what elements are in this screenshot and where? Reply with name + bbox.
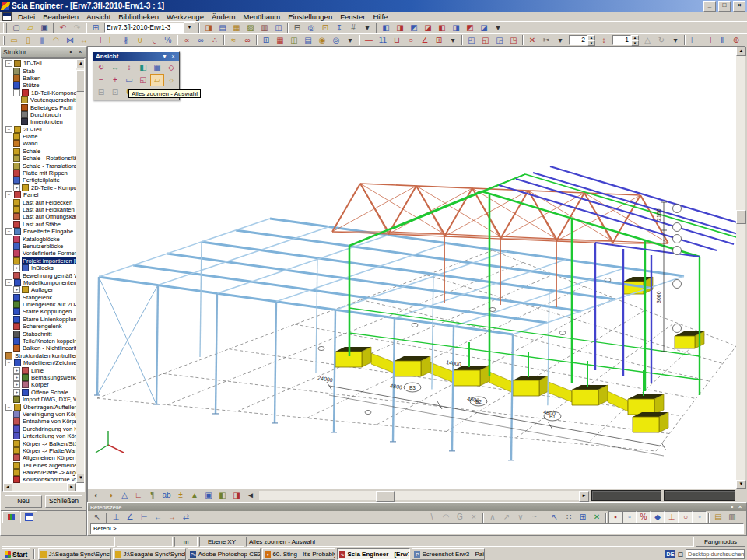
view-front-icon[interactable]: ◧ [136,61,150,74]
tree-item[interactable]: −Modellkomponenten [3,279,76,286]
track-x-icon[interactable]: ← [151,511,165,523]
snap-macro-icon[interactable]: ✕ [590,511,604,523]
member-midpoint-icon[interactable]: ⊕ [729,34,743,47]
tree-item[interactable]: Strukturdaten kontrollieren [3,352,76,359]
close-polyline-icon[interactable]: × [467,511,481,523]
status-plane[interactable]: Ebene XY [199,537,244,547]
menu-datei[interactable]: Datei [14,12,39,22]
zoom-out-icon[interactable]: − [94,74,108,86]
taskbar-task[interactable]: ∿Scia Engineer - [Erw7.... [337,548,410,560]
viewport-layout-2-icon[interactable]: ◱ [479,34,493,47]
tree-item[interactable]: Starre Linienkopplung [3,316,76,323]
spinner-down-icon[interactable]: ▼ [631,40,639,46]
tree-item[interactable]: Benutzerblöcke [3,243,76,250]
zoom-window-icon[interactable]: ▭ [122,74,136,86]
tree-item[interactable]: Liniengelenk auf 2D-T [3,301,76,308]
language-indicator[interactable]: DE [665,550,675,558]
draw-line-icon[interactable]: — [362,34,376,47]
toolbar-overflow-icon[interactable]: ◄ [244,489,258,502]
viewport-horizontal-scrollbar[interactable]: ► [259,491,589,500]
status-unit[interactable]: m [174,537,198,547]
view-light-icon[interactable]: ☼ [164,74,178,86]
vertex-arc-icon[interactable]: ~ [528,511,542,523]
collapse-icon[interactable]: − [5,60,12,67]
expand-icon[interactable]: + [13,184,20,191]
more-view-tools-icon[interactable]: ▾ [668,34,682,47]
show-labels-icon[interactable]: ¶ [146,489,160,502]
layer-manager-icon[interactable]: ◫ [272,22,286,34]
collapse-icon[interactable]: − [5,359,12,366]
snap-arc-center-icon[interactable]: ◦ [693,511,707,523]
tab-window-list[interactable] [20,511,37,523]
apply-scale-icon[interactable]: ↕ [597,34,611,47]
taskbar-task[interactable]: PsAdobe Photoshop CS3 E... [188,548,261,560]
tree-item[interactable]: Last auf Feldkanten [3,206,76,213]
scale-icon[interactable]: % [161,34,175,47]
tree-item[interactable]: Vordefinierte Formen [3,250,76,257]
collapse-icon[interactable]: − [5,279,12,286]
view-window-6-icon[interactable]: ◨ [449,22,463,34]
more-window-layouts-icon[interactable]: ▾ [491,22,505,34]
view-window-3-icon[interactable]: ◩ [407,22,421,34]
tree-item[interactable]: Balken/Platte -> Allge [3,469,76,476]
snap-mode-button[interactable]: Fangmodus [696,537,745,547]
tree-item[interactable]: Wand [3,140,76,147]
text-scale-icon[interactable]: ab [160,489,174,502]
delete-icon[interactable]: ✕ [525,34,539,47]
more-draw-tools-icon[interactable]: ▾ [446,34,460,47]
tree-item[interactable]: Kollisionskontrolle vor [3,476,76,483]
tree-item[interactable]: +2D-Teile - Komponent [3,184,76,191]
viewport-layout-4-icon[interactable]: ◳ [507,34,521,47]
tree-item[interactable]: Katalogblöcke [3,235,76,242]
tree-item[interactable]: Stütze [3,82,76,89]
layer-filter-icon[interactable]: ▤ [301,34,315,47]
rotate-step-icon[interactable]: ↻ [654,34,668,47]
maximize-button[interactable]: □ [718,1,731,12]
tree-item[interactable]: Stabschnitt [3,330,76,337]
menu-ändern[interactable]: Ändern [208,12,240,22]
view-parameters-dialog-icon[interactable]: ◧ [216,489,230,502]
collapse-icon[interactable]: − [13,89,20,96]
print-icon[interactable]: ⊟ [290,22,304,34]
ansicht-toolbar-caption[interactable]: Ansicht ▼ × [93,52,179,61]
collapse-icon[interactable]: − [5,126,12,133]
redo-icon[interactable]: ↷ [70,22,84,34]
tree-item[interactable]: −2D-Teil [3,126,76,133]
tree-item[interactable]: +Offene Schale [3,389,76,396]
disconnect-members-icon[interactable]: ∞ [194,34,208,47]
perspective-toggle-icon[interactable]: ◐ [89,489,103,502]
view-window-5-icon[interactable]: ◧ [435,22,449,34]
snap-line-grid-icon[interactable]: ⊞ [576,511,590,523]
solid-mode-icon[interactable]: ◑ [103,489,117,502]
snap-dot-grid-icon[interactable]: ∷ [562,511,576,523]
tree-item[interactable]: Platte mit Rippen [3,170,76,177]
view-window-7-icon[interactable]: ◩ [463,22,477,34]
viewport-vertical-scrollbar[interactable]: ▲ ▼ [736,47,745,489]
more-edit-tools-icon[interactable]: ▾ [553,34,567,47]
join-icon[interactable]: ∪ [133,34,147,47]
close-button[interactable]: × [733,1,745,12]
new-project-icon[interactable]: ▢ [9,22,23,34]
command-history-icon[interactable]: ▥ [725,511,739,523]
free-nodes-icon[interactable]: ∴ [208,34,222,47]
picture-to-gallery-icon[interactable]: ◨ [230,489,244,502]
tree-item[interactable]: +Auflager [3,286,76,293]
taskbar-task[interactable]: J:\Seagate Sync\SyncRe... [38,548,111,560]
tree-item[interactable]: Schale [3,148,76,155]
tree-vertical-scrollbar[interactable]: ▲ ▼ [76,59,84,483]
scroll-left-icon[interactable]: ◄ [3,483,12,492]
stretch-icon[interactable]: ↔ [77,34,91,47]
snap-tangent-icon[interactable]: ○ [679,511,693,523]
menu-fenster[interactable]: Fenster [336,12,369,22]
clean-model-icon[interactable]: ✂ [539,34,553,47]
tree-item[interactable]: Voutenquerschnitt [3,96,76,103]
view-window-4-icon[interactable]: ◪ [421,22,435,34]
snap-perpendicular-icon[interactable]: ⊢ [137,511,151,523]
track-xy-icon[interactable]: ⇄ [179,511,193,523]
tree-item[interactable]: Fertigteilplatte [3,177,76,184]
viewport-hscroll-thumb[interactable] [376,491,395,502]
track-y-icon[interactable]: → [165,511,179,523]
spinner-down-icon[interactable]: ▼ [587,40,595,46]
edit-table-icon[interactable]: ⊞ [259,34,273,47]
fillet-icon[interactable]: ◟ [147,34,161,47]
